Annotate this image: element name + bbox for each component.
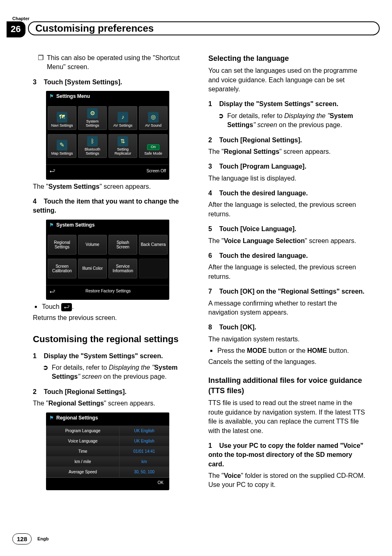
lang-step-1: 1 Display the "System Settings" screen. <box>208 100 367 109</box>
lang-after-8: The navigation system restarts. <box>208 335 367 344</box>
av-icon: ♪ <box>118 112 128 123</box>
cell-illumi-color[interactable]: Illumi Color <box>78 259 107 278</box>
ref-italic: " screen <box>253 121 277 128</box>
press-mode-item: Press the MODE button or the HOME button… <box>217 346 367 355</box>
step-text: Touch [OK]. <box>219 324 256 331</box>
screenshot-regional-settings: Regional Settings Program LanguageUK Eng… <box>46 412 169 491</box>
lang-step-7: 7 Touch [OK] on the "Regional Settings" … <box>208 287 367 296</box>
cell-empty <box>139 259 168 278</box>
table-row[interactable]: Average Speed30, 50, 100 <box>46 467 169 477</box>
step-text: Touch [OK] on the "Regional Settings" sc… <box>219 288 364 295</box>
ok-button[interactable]: OK <box>155 480 166 486</box>
chapter-title-bar: Customising preferences <box>28 21 380 35</box>
step-3-num: 3 <box>33 78 42 87</box>
ref-text: For details, refer to <box>227 112 284 119</box>
cell-screen-calibration[interactable]: Screen Calibration <box>48 259 76 278</box>
step-4: 4 Touch the item that you want to change… <box>33 197 192 215</box>
text-part: The " <box>33 183 48 190</box>
cell-av-settings[interactable]: ♪AV Settings <box>108 106 137 130</box>
text-part: The " <box>208 237 224 244</box>
system-icon: ⚙ <box>87 108 98 118</box>
content-columns: This can also be operated using the "Sho… <box>33 53 367 531</box>
row-value: km <box>119 457 169 467</box>
table-row[interactable]: Time01/01 14:41 <box>46 447 169 457</box>
step-text: Display the "System Settings" screen. <box>44 352 163 359</box>
regional-appears: The "Regional Settings" screen appears. <box>33 399 192 408</box>
on-badge: On <box>147 144 159 150</box>
cell-volume[interactable]: Volume <box>78 235 107 255</box>
table-row[interactable]: km / milekm <box>46 457 169 467</box>
step-num: 3 <box>208 162 217 171</box>
shot-grid: 🗺Navi Settings ⚙System Settings ♪AV Sett… <box>46 104 169 162</box>
text-part: Press the <box>217 347 247 354</box>
back-icon[interactable]: ⮐ <box>49 287 55 296</box>
lang-step-5: 5 Touch [Voice Language]. <box>208 225 367 234</box>
table-row[interactable]: Program LanguageUK English <box>46 426 169 436</box>
row-label: Average Speed <box>46 467 120 477</box>
ref-item: For details, refer to Displaying the "Sy… <box>52 363 192 382</box>
cell-splash-screen[interactable]: Splash Screen <box>108 235 137 255</box>
text-bold: Voice Language Selection <box>224 237 305 244</box>
cell-av-sound[interactable]: ◎AV Sound <box>139 106 168 130</box>
cell-map-settings[interactable]: ✎Map Settings <box>48 134 76 158</box>
step-text: Touch [Program Language]. <box>219 163 306 170</box>
shot-title: Settings Menu <box>46 91 169 102</box>
cell-regional-settings[interactable]: Regional Settings <box>48 235 76 255</box>
cell-bluetooth-settings[interactable]: ᛒBluetooth Settings <box>78 134 107 158</box>
step-num: 1 <box>33 352 42 361</box>
cell-label: AV Settings <box>113 124 132 128</box>
step-num: 8 <box>208 323 217 332</box>
shortcut-note-list: This can also be operated using the "Sho… <box>33 53 192 72</box>
table-row[interactable]: Voice LanguageUK English <box>46 436 169 447</box>
regional-step-1: 1 Display the "System Settings" screen. <box>33 352 192 361</box>
lang-step-3: 3 Touch [Program Language]. <box>208 162 367 171</box>
restore-factory-label[interactable]: Restore Factory Settings <box>55 288 161 294</box>
back-icon[interactable]: ⮐ <box>49 167 55 175</box>
cell-navi-settings[interactable]: 🗺Navi Settings <box>48 106 76 130</box>
row-value: 01/01 14:41 <box>119 447 169 457</box>
touch-back-item: Touch ⮐. <box>42 302 192 311</box>
ref-text: For details, refer to <box>52 364 109 371</box>
text-part: button. <box>327 347 349 354</box>
screen-off-label[interactable]: Screen Off <box>146 168 166 174</box>
lang-cancel: Cancels the setting of the languages. <box>208 357 367 366</box>
lang-step-2: 2 Touch [Regional Settings]. <box>208 136 367 145</box>
step-text: Display the "System Settings" screen. <box>219 100 338 107</box>
left-column: This can also be operated using the "Sho… <box>33 53 192 531</box>
text-part: " screen appears. <box>305 237 356 244</box>
cell-safe-mode[interactable]: OnSafe Mode <box>139 134 168 158</box>
page-lang: Engb <box>37 536 49 542</box>
text-part: " screen appears. <box>99 183 151 190</box>
step-num: 1 <box>208 441 217 450</box>
ref-text: on the previous page. <box>277 121 342 128</box>
text-part: The " <box>33 400 48 407</box>
back-key-icon: ⮐ <box>61 303 72 311</box>
step-4-num: 4 <box>33 197 42 206</box>
shot-table: Program LanguageUK English Voice Languag… <box>46 426 169 477</box>
page-footer: 128 Engb <box>12 533 49 544</box>
shot-footer: ⮐ Screen Off <box>46 164 169 177</box>
touch-back-list: Touch ⮐. <box>33 302 192 311</box>
step-text: Use your PC to copy the folder named "Vo… <box>208 442 363 468</box>
row-label: Program Language <box>46 426 120 436</box>
ref-italic: Displaying the " <box>109 364 154 371</box>
ref-italic: Displaying the " <box>284 112 330 119</box>
shot-footer: ⮐ Restore Factory Settings <box>46 285 169 298</box>
subsection-tts: Installing additional files for voice gu… <box>208 375 367 396</box>
screenshot-settings-menu: Settings Menu 🗺Navi Settings ⚙System Set… <box>46 91 169 179</box>
screenshot-system-settings: System Settings Regional Settings Volume… <box>46 220 169 300</box>
cell-back-camera[interactable]: Back Camera <box>139 235 168 255</box>
row-label: km / mile <box>46 457 120 467</box>
chapter-number-badge: 26 <box>7 21 25 37</box>
text-part: " screen appears. <box>279 148 331 155</box>
right-column: Selecting the language You can set the l… <box>208 53 367 531</box>
cell-label: Navi Settings <box>51 124 73 128</box>
cell-setting-replicator[interactable]: ⇅Setting Replicator <box>108 134 137 158</box>
tts-intro: TTS file is used to read out the street … <box>208 398 367 436</box>
touch-back-after: . <box>72 303 74 310</box>
cell-system-settings[interactable]: ⚙System Settings <box>78 106 107 130</box>
cell-label: System Settings <box>79 120 106 128</box>
cell-service-information[interactable]: Service Information <box>108 259 137 278</box>
cell-label: AV Sound <box>145 124 161 128</box>
step-num: 6 <box>208 251 217 260</box>
